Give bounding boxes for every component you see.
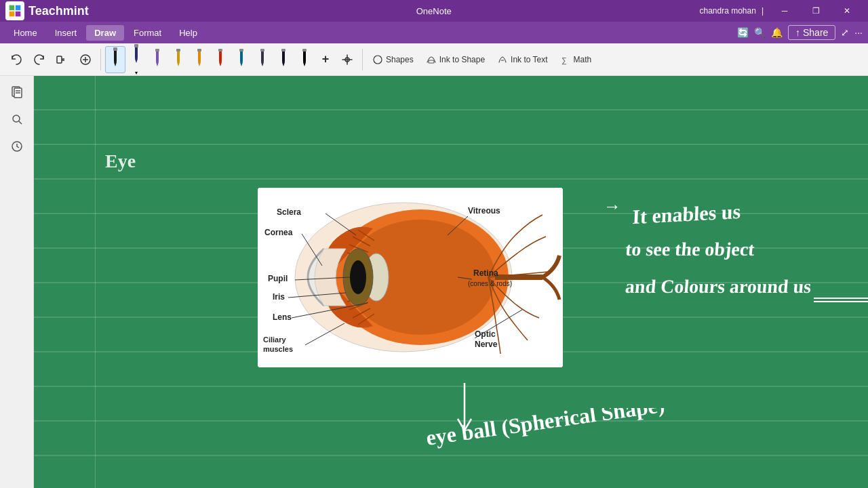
menu-help[interactable]: Help [171, 25, 205, 41]
restore-button[interactable]: ❐ [800, 0, 831, 22]
svg-rect-30 [239, 49, 243, 52]
svg-text:Sclera: Sclera [277, 207, 301, 217]
pen-red[interactable] [210, 46, 231, 73]
canvas-area[interactable]: Sclera Cornea Pupil Iris Lens Ciliary mu… [34, 76, 868, 488]
sidebar-recent-icon[interactable] [6, 136, 28, 157]
svg-rect-22 [198, 50, 201, 62]
pen-dark2[interactable] [273, 46, 294, 73]
svg-text:Lens: Lens [273, 312, 292, 322]
svg-rect-42 [429, 60, 434, 63]
svg-text:Pupil: Pupil [268, 274, 288, 283]
toolbar-separator-2 [362, 49, 363, 70]
svg-rect-24 [197, 49, 201, 52]
svg-rect-15 [134, 44, 138, 47]
eye-diagram: Sclera Cornea Pupil Iris Lens Ciliary mu… [258, 188, 563, 367]
svg-marker-38 [303, 62, 306, 66]
share-button[interactable]: ↑ Share [788, 25, 835, 40]
svg-marker-17 [156, 62, 159, 66]
pen-dark1[interactable] [252, 46, 273, 73]
svg-text:Retina: Retina [473, 268, 498, 278]
svg-rect-4 [57, 56, 62, 63]
svg-text:Vitreous: Vitreous [468, 206, 500, 216]
pen-tools-group: ▾ [105, 43, 315, 76]
svg-point-66 [350, 260, 366, 294]
svg-text:Ciliary: Ciliary [263, 336, 287, 344]
math-button[interactable]: ∑ Math [555, 52, 597, 68]
pan-button[interactable] [336, 52, 358, 68]
svg-rect-37 [303, 50, 306, 62]
svg-point-49 [13, 115, 20, 122]
logo-area: Teachmint [5, 1, 168, 20]
svg-marker-26 [219, 62, 222, 66]
sidebar-search-icon[interactable] [6, 108, 28, 130]
minimize-button[interactable]: ─ [769, 0, 800, 22]
menu-right-icons: 🔄 🔍 🔔 ↑ Share ⤢ ··· [737, 25, 863, 40]
sync-icon[interactable]: 🔄 [737, 27, 749, 38]
ink-to-text-label: Ink to Text [511, 55, 547, 64]
pen-purple[interactable] [147, 46, 167, 73]
title-separator: | [762, 6, 764, 16]
svg-rect-25 [219, 50, 222, 62]
toolbar-separator-1 [100, 49, 101, 70]
pen-black[interactable] [105, 46, 125, 73]
svg-rect-28 [240, 50, 243, 62]
svg-text:∑: ∑ [561, 56, 567, 65]
svg-text:muscles: muscles [263, 345, 293, 353]
insert-space-button[interactable] [75, 52, 96, 68]
pen-brown[interactable] [168, 46, 189, 73]
svg-rect-34 [282, 50, 285, 62]
app-title: OneNote [168, 6, 699, 16]
pen-dropdown[interactable]: ▾ [135, 70, 138, 76]
svg-rect-12 [113, 47, 117, 51]
pen-teal[interactable] [231, 46, 252, 73]
add-pen-button[interactable]: + [316, 51, 335, 68]
lasso-button[interactable] [52, 52, 73, 68]
svg-text:Optic: Optic [475, 329, 496, 339]
svg-text:Cornea: Cornea [264, 228, 293, 237]
menu-format[interactable]: Format [125, 25, 170, 41]
svg-point-41 [374, 56, 382, 64]
sidebar-pages-icon[interactable] [6, 81, 28, 103]
menu-draw[interactable]: Draw [86, 25, 124, 41]
svg-text:Iris: Iris [273, 292, 285, 302]
math-label: Math [574, 55, 592, 64]
bell-icon[interactable]: 🔔 [771, 27, 783, 38]
ink-to-text-button[interactable]: Ink to Text [492, 52, 553, 68]
svg-rect-0 [9, 5, 15, 11]
svg-text:(cones & rods): (cones & rods) [468, 280, 512, 287]
close-button[interactable]: ✕ [831, 0, 863, 22]
vertical-margin-line [95, 76, 96, 488]
svg-marker-20 [177, 62, 180, 66]
pen-orange[interactable] [189, 46, 210, 73]
pen-dark-blue[interactable] [126, 43, 146, 70]
svg-rect-36 [281, 49, 285, 52]
svg-marker-14 [135, 59, 138, 63]
teachmint-logo-icon [5, 1, 24, 20]
svg-rect-1 [16, 5, 21, 11]
svg-rect-19 [177, 50, 180, 62]
shapes-button[interactable]: Shapes [367, 52, 419, 68]
svg-rect-16 [156, 50, 159, 62]
more-options-icon[interactable]: ··· [854, 27, 863, 38]
window-controls: ─ ❐ ✕ [769, 0, 863, 22]
redo-button[interactable] [28, 52, 50, 68]
svg-marker-29 [240, 62, 243, 66]
svg-rect-39 [302, 49, 307, 52]
svg-rect-33 [260, 49, 264, 52]
svg-text:Nerve: Nerve [475, 340, 498, 349]
menu-home[interactable]: Home [5, 25, 45, 41]
svg-rect-21 [176, 49, 180, 52]
svg-rect-3 [16, 12, 21, 17]
user-name: chandra mohan [699, 6, 755, 16]
ink-to-shape-button[interactable]: Ink to Shape [420, 52, 490, 68]
svg-marker-35 [282, 62, 285, 66]
svg-rect-18 [155, 49, 159, 52]
undo-button[interactable] [5, 52, 27, 68]
search-icon[interactable]: 🔍 [754, 27, 766, 38]
svg-line-50 [19, 121, 22, 124]
menu-insert[interactable]: Insert [47, 25, 85, 41]
svg-rect-31 [261, 50, 264, 62]
svg-rect-27 [218, 49, 222, 52]
expand-icon[interactable]: ⤢ [841, 27, 849, 38]
pen-black2[interactable] [294, 46, 315, 73]
